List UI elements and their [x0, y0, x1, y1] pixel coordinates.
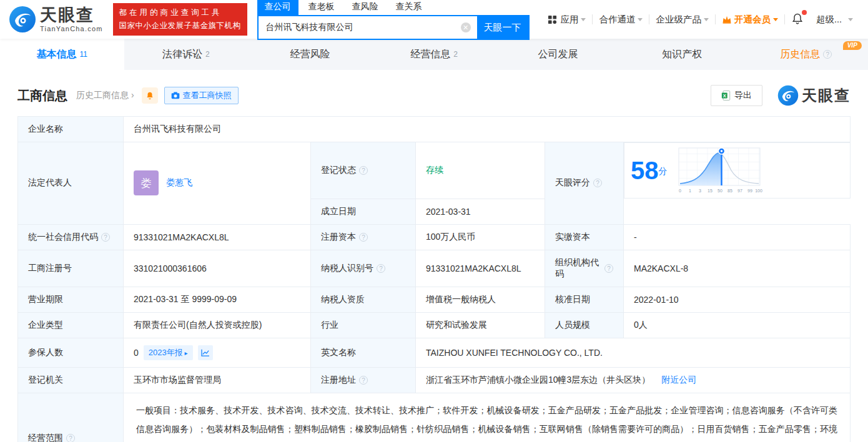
tab-label: 经营风险 [290, 48, 330, 61]
company-section-tabs: 基本信息 11 法律诉讼 2 经营风险 经营信息 2 公司发展 知识产权 VIP… [0, 39, 868, 70]
table-row-company-type: 企业类型 有限责任公司(自然人投资或控股) 行业 研究和试验发展 人员规模 0人 [18, 312, 851, 338]
table-row-insured: 参保人数 0 2023年报 英文名称 TAIZHOU XUNFEI TECHNO… [18, 338, 851, 367]
help-icon[interactable] [593, 179, 602, 187]
table-row-reg-authority: 登记机关 玉环市市场监督管理局 注册地址 浙江省玉环市芦浦镇小微企业园10幢3层… [18, 367, 851, 393]
chevron-down-icon [848, 18, 853, 21]
history-business-info-link[interactable]: 历史工商信息 [76, 90, 134, 101]
insured-trend-button[interactable] [198, 345, 213, 360]
business-info-section-header: 工商信息 历史工商信息 查看工商快照 X 导出 [0, 70, 868, 116]
reg-number-value: 331021000361606 [124, 250, 311, 287]
reg-status-value: 存续 [416, 142, 545, 199]
svg-text:99: 99 [747, 189, 752, 193]
monitor-bell-button[interactable] [142, 87, 158, 104]
help-icon[interactable] [823, 50, 832, 59]
tab-label: 基本信息 [37, 48, 77, 61]
notifications-bell[interactable] [785, 12, 810, 27]
score-unit: 分 [659, 166, 668, 176]
tab-business-info[interactable]: 经营信息 2 [372, 39, 496, 70]
tab-basic-info[interactable]: 基本信息 11 [0, 39, 124, 70]
tab-label: 公司发展 [538, 48, 578, 61]
score-label: 天眼评分 [545, 142, 624, 225]
help-icon[interactable] [377, 264, 385, 273]
help-icon[interactable] [604, 264, 613, 273]
taxpayer-quality-value: 增值税一般纳税人 [416, 287, 545, 312]
nav-account[interactable]: 超级... [810, 14, 859, 26]
nearby-companies-link[interactable]: 附近公司 [661, 375, 696, 385]
legal-rep-avatar[interactable]: 娄 [134, 170, 159, 195]
annual-report-link[interactable]: 2023年报 [144, 345, 193, 360]
help-icon[interactable] [359, 233, 368, 242]
snapshot-button-label: 查看工商快照 [183, 90, 232, 101]
svg-text:50: 50 [718, 189, 723, 193]
org-code-label: 组织机构代码 [545, 250, 624, 287]
slogan-badge: 都在用的商业查询工具 国家中小企业发展子基金旗下机构 [113, 3, 247, 35]
tab-operating-risk[interactable]: 经营风险 [248, 39, 372, 70]
chevron-down-icon [581, 18, 586, 21]
tianyancha-watermark: 天眼查 [777, 85, 851, 106]
tianyancha-logo-icon [9, 6, 36, 33]
nav-apps[interactable]: 应用 [541, 14, 592, 26]
search-input[interactable] [259, 22, 477, 32]
brand-name: 天眼查 [40, 7, 103, 24]
nav-vip-membership[interactable]: 开通会员 [716, 14, 784, 26]
help-icon[interactable] [101, 233, 110, 242]
reg-capital-label: 注册资本 [311, 224, 416, 250]
tab-intellectual-property[interactable]: 知识产权 [620, 39, 744, 70]
establish-date-value: 2021-03-31 [416, 199, 545, 224]
business-scope-value: 一般项目：技术服务、技术开发、技术咨询、技术交流、技术转让、技术推广；软件开发；… [136, 401, 837, 442]
staff-size-label: 人员规模 [545, 312, 624, 338]
table-row-business-term: 营业期限 2021-03-31 至 9999-09-09 纳税人资质 增值税一般… [18, 287, 851, 312]
reg-address-label: 注册地址 [311, 367, 416, 393]
search-tab-risk[interactable]: 查风险 [345, 0, 386, 15]
search-tab-boss[interactable]: 查老板 [301, 0, 342, 15]
crown-icon [722, 15, 732, 24]
clear-search-icon[interactable] [461, 22, 471, 32]
search-tabs: 查公司 查老板 查风险 查关系 [257, 0, 530, 15]
tab-legal-proceedings[interactable]: 法律诉讼 2 [124, 39, 249, 70]
tab-history-info[interactable]: VIP 历史信息 [744, 39, 868, 70]
approval-date-value: 2022-01-10 [624, 287, 851, 312]
search-tab-relation[interactable]: 查关系 [388, 0, 430, 15]
company-name-label: 企业名称 [18, 117, 124, 142]
apps-grid-icon [548, 15, 557, 24]
search-area: 查公司 查老板 查风险 查关系 天眼一下 [257, 0, 530, 40]
establish-date-label: 成立日期 [311, 199, 416, 224]
tab-label: 法律诉讼 [162, 48, 202, 61]
industry-value: 研究和试验发展 [416, 312, 545, 338]
tab-label: 历史信息 [780, 48, 820, 61]
search-button[interactable]: 天眼一下 [477, 16, 528, 39]
insured-value: 0 [134, 348, 139, 358]
nav-enterprise[interactable]: 企业级产品 [649, 14, 715, 26]
help-icon[interactable] [359, 166, 368, 175]
score-cell[interactable]: 58分 0 1 3 [624, 142, 851, 199]
help-icon[interactable] [359, 376, 368, 385]
tab-label: 知识产权 [662, 48, 702, 61]
score-value: 58 [631, 157, 659, 184]
score-distribution-chart: 0 1 3 15 50 85 97 99 100 [676, 145, 762, 195]
approval-date-label: 核准日期 [545, 287, 624, 312]
excel-icon: X [721, 91, 731, 101]
business-term-label: 营业期限 [18, 287, 124, 312]
english-name-value: TAIZHOU XUNFEI TECHNOLOGY CO., LTD. [416, 338, 851, 367]
help-icon[interactable] [66, 434, 75, 442]
view-business-snapshot-button[interactable]: 查看工商快照 [164, 87, 239, 104]
svg-text:100: 100 [755, 189, 762, 193]
search-tab-company[interactable]: 查公司 [257, 0, 298, 15]
company-type-label: 企业类型 [18, 312, 124, 338]
tianyancha-logo[interactable]: 天眼查 TianYanCha.com [9, 6, 103, 33]
watermark-label: 天眼查 [802, 86, 851, 106]
table-row-credit-code: 统一社会信用代码 91331021MA2KACXL8L 注册资本 100万人民币… [18, 224, 851, 250]
search-box: 天眼一下 [257, 15, 530, 40]
table-row-legal-rep: 法定代表人 娄 娄葱飞 登记状态 存续 天眼评分 58分 [18, 142, 851, 199]
company-name-value: 台州讯飞科技有限公司 [124, 117, 851, 142]
reg-capital-value: 100万人民币 [416, 224, 545, 250]
tab-company-development[interactable]: 公司发展 [496, 39, 620, 70]
camera-icon [171, 92, 180, 99]
trend-chart-icon [201, 349, 210, 356]
table-row-reg-number: 工商注册号 331021000361606 纳税人识别号 91331021MA2… [18, 250, 851, 287]
section-title: 工商信息 [17, 87, 67, 104]
export-button[interactable]: X 导出 [711, 85, 762, 106]
english-name-label: 英文名称 [311, 338, 416, 367]
legal-rep-link[interactable]: 娄葱飞 [166, 177, 192, 189]
nav-partner[interactable]: 合作通道 [593, 14, 649, 26]
